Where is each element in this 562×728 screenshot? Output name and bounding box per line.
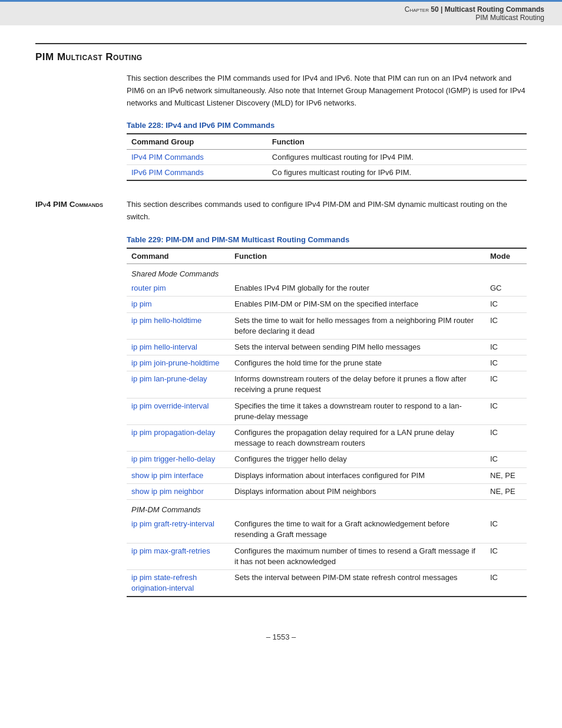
mode-cell: NE, PE (485, 467, 527, 483)
main-content: PIM Multicast Routing This section descr… (0, 25, 562, 621)
table-row: ip pim hello-intervalSets the interval b… (127, 339, 527, 355)
cmd-cell[interactable]: router pim (127, 281, 230, 297)
pim-section-title: PIM Multicast Routing (35, 51, 143, 62)
table229-col2: Function (230, 248, 485, 264)
fn-cell: Configures multicast routing for IPv4 PI… (267, 150, 527, 165)
header-right: Chapter 50 | Multicast Routing Commands … (405, 5, 544, 22)
table228-col2: Function (267, 134, 527, 150)
fn-cell: Configures the propagation delay require… (230, 425, 485, 452)
mode-cell: IC (485, 312, 527, 339)
header-subsection: PIM Multicast Routing (405, 14, 544, 22)
table229-col3: Mode (485, 248, 527, 264)
table228-title: Table 228: IPv4 and IPv6 PIM Commands (127, 121, 527, 130)
table-row: ip pim lan-prune-delayInforms downstream… (127, 371, 527, 398)
table229-wrap: Table 229: PIM-DM and PIM-SM Multicast R… (127, 235, 527, 597)
page-number: – 1553 – (266, 633, 296, 641)
ipv4-description: This section describes commands used to … (127, 199, 527, 223)
cmd-cell[interactable]: ip pim hello-interval (127, 339, 230, 355)
fn-cell: Sets the time to wait for hello messages… (230, 312, 485, 339)
fn-cell: Specifies the time it takes a downstream… (230, 398, 485, 424)
cmd-cell[interactable]: ip pim (127, 297, 230, 312)
cmd-cell[interactable]: ip pim propagation-delay (127, 425, 230, 452)
ipv4-label: IPv4 PIM Commands (35, 199, 127, 223)
mode-cell: GC (485, 281, 527, 297)
section-label: Shared Mode Commands (127, 263, 527, 281)
page-footer: – 1553 – (0, 621, 562, 653)
table229: Command Function Mode Shared Mode Comman… (127, 248, 527, 597)
page-header: Chapter 50 | Multicast Routing Commands … (0, 0, 562, 25)
mode-cell: IC (485, 355, 527, 371)
table228: Command Group Function IPv4 PIM Commands… (127, 133, 527, 181)
table-row: ip pim trigger-hello-delayConfigures the… (127, 452, 527, 467)
cmd-cell[interactable]: show ip pim interface (127, 467, 230, 483)
table228-col1: Command Group (127, 134, 267, 150)
fn-cell: Enables IPv4 PIM globally for the router (230, 281, 485, 297)
cmd-cell[interactable]: ip pim max-graft-retries (127, 543, 230, 569)
table229-col1: Command (127, 248, 230, 264)
mode-cell: IC (485, 425, 527, 452)
table-row: ip pim graft-retry-intervalConfigures th… (127, 516, 527, 543)
section-label: PIM-DM Commands (127, 499, 527, 516)
fn-cell: Configures the time to wait for a Graft … (230, 516, 485, 543)
cmd-cell[interactable]: ip pim lan-prune-delay (127, 371, 230, 398)
mode-cell: NE, PE (485, 483, 527, 499)
chapter-label: Chapter 50 | Multicast Routing Commands (405, 5, 544, 14)
cmd-cell[interactable]: IPv6 PIM Commands (127, 165, 267, 181)
table-row: ip pim hello-holdtimeSets the time to wa… (127, 312, 527, 339)
fn-cell: Configures the maximum number of times t… (230, 543, 485, 569)
table-row: ip pim propagation-delayConfigures the p… (127, 425, 527, 452)
cmd-cell[interactable]: ip pim trigger-hello-delay (127, 452, 230, 467)
table229-title: Table 229: PIM-DM and PIM-SM Multicast R… (127, 235, 527, 244)
cmd-cell[interactable]: ip pim override-interval (127, 398, 230, 424)
fn-cell: Displays information about interfaces co… (230, 467, 485, 483)
table-row: ip pim max-graft-retriesConfigures the m… (127, 543, 527, 569)
fn-cell: Enables PIM-DM or PIM-SM on the specifie… (230, 297, 485, 312)
mode-cell: IC (485, 297, 527, 312)
fn-cell: Configures the hold time for the prune s… (230, 355, 485, 371)
cmd-cell[interactable]: ip pim state-refresh origination-interva… (127, 569, 230, 597)
mode-cell: IC (485, 569, 527, 597)
cmd-cell[interactable]: show ip pim neighbor (127, 483, 230, 499)
mode-cell: IC (485, 371, 527, 398)
fn-cell: Displays information about PIM neighbors (230, 483, 485, 499)
mode-cell: IC (485, 543, 527, 569)
fn-cell: Co figures multicast routing for IPv6 PI… (267, 165, 527, 181)
mode-cell: IC (485, 339, 527, 355)
table-row: IPv4 PIM CommandsConfigures multicast ro… (127, 150, 527, 165)
cmd-cell[interactable]: ip pim hello-holdtime (127, 312, 230, 339)
table-row: IPv6 PIM CommandsCo figures multicast ro… (127, 165, 527, 181)
pim-section-heading: PIM Multicast Routing (35, 43, 527, 63)
table-row: PIM-DM Commands (127, 499, 527, 516)
cmd-cell[interactable]: ip pim graft-retry-interval (127, 516, 230, 543)
table-row: show ip pim neighborDisplays information… (127, 483, 527, 499)
fn-cell: Sets the interval between sending PIM he… (230, 339, 485, 355)
cmd-cell[interactable]: IPv4 PIM Commands (127, 150, 267, 165)
table-row: ip pimEnables PIM-DM or PIM-SM on the sp… (127, 297, 527, 312)
fn-cell: Informs downstream routers of the delay … (230, 371, 485, 398)
cmd-cell[interactable]: ip pim join-prune-holdtime (127, 355, 230, 371)
mode-cell: IC (485, 516, 527, 543)
ipv4-section: IPv4 PIM Commands This section describes… (35, 199, 527, 223)
mode-cell: IC (485, 398, 527, 424)
table-row: router pimEnables IPv4 PIM globally for … (127, 281, 527, 297)
table-row: ip pim state-refresh origination-interva… (127, 569, 527, 597)
pim-description: This section describes the PIM commands … (127, 73, 527, 109)
fn-cell: Sets the interval between PIM-DM state r… (230, 569, 485, 597)
table-row: Shared Mode Commands (127, 263, 527, 281)
table-row: ip pim join-prune-holdtimeConfigures the… (127, 355, 527, 371)
table-row: show ip pim interfaceDisplays informatio… (127, 467, 527, 483)
table-row: ip pim override-intervalSpecifies the ti… (127, 398, 527, 424)
mode-cell: IC (485, 452, 527, 467)
fn-cell: Configures the trigger hello delay (230, 452, 485, 467)
